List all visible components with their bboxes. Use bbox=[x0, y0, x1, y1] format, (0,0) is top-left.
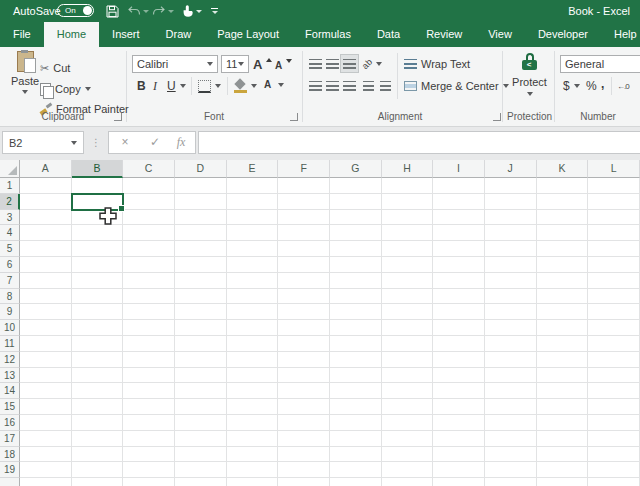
borders-button[interactable] bbox=[198, 77, 221, 95]
column-header-i[interactable]: I bbox=[433, 160, 485, 178]
column-header-e[interactable]: E bbox=[227, 160, 279, 178]
tab-developer[interactable]: Developer bbox=[525, 22, 601, 47]
underline-button[interactable]: U bbox=[167, 77, 186, 95]
tab-file[interactable]: File bbox=[0, 22, 44, 47]
row-header-14[interactable]: 14 bbox=[0, 383, 20, 399]
comma-format-button[interactable]: , bbox=[601, 75, 604, 93]
wrap-text-button[interactable]: Wrap Text bbox=[404, 55, 470, 73]
fill-handle[interactable] bbox=[118, 205, 125, 212]
touch-mouse-mode-button[interactable] bbox=[181, 3, 202, 19]
row-header-5[interactable]: 5 bbox=[0, 241, 20, 257]
row-header-8[interactable]: 8 bbox=[0, 289, 20, 305]
merge-center-button[interactable]: Merge & Center bbox=[404, 77, 509, 95]
font-dialog-launcher[interactable] bbox=[290, 113, 298, 121]
redo-button[interactable] bbox=[152, 3, 174, 19]
cut-button[interactable]: ✂ Cut bbox=[40, 59, 70, 77]
fill-color-button[interactable] bbox=[234, 77, 257, 95]
protect-button[interactable]: < Protect bbox=[505, 53, 554, 96]
row-header-12[interactable]: 12 bbox=[0, 352, 20, 368]
font-size-combo[interactable]: 11 bbox=[221, 55, 249, 73]
column-header-k[interactable]: K bbox=[537, 160, 589, 178]
tab-draw[interactable]: Draw bbox=[153, 22, 205, 47]
select-all-button[interactable] bbox=[0, 160, 20, 178]
align-right-button[interactable] bbox=[341, 77, 358, 94]
shrink-font-button[interactable]: A bbox=[275, 56, 292, 74]
font-name-combo[interactable]: Calibri bbox=[132, 55, 218, 73]
enter-button[interactable]: ✓ bbox=[145, 132, 165, 153]
align-left-button[interactable] bbox=[307, 77, 324, 94]
tab-view[interactable]: View bbox=[475, 22, 525, 47]
decrease-indent-button[interactable] bbox=[360, 77, 377, 94]
tab-help[interactable]: Help bbox=[601, 22, 640, 47]
currency-format-button[interactable]: $ bbox=[563, 77, 580, 95]
copy-button[interactable]: Copy bbox=[40, 80, 91, 98]
align-center-button[interactable] bbox=[324, 77, 341, 94]
paste-button[interactable]: Paste bbox=[8, 51, 42, 94]
orientation-button[interactable]: ab bbox=[362, 55, 382, 73]
row-header-partial[interactable] bbox=[0, 478, 20, 486]
row-header-15[interactable]: 15 bbox=[0, 399, 20, 415]
row-header-13[interactable]: 13 bbox=[0, 368, 20, 384]
increase-indent-button[interactable] bbox=[377, 77, 394, 94]
formula-input[interactable] bbox=[198, 131, 640, 154]
autosave-toggle[interactable]: On bbox=[57, 4, 94, 17]
tab-insert[interactable]: Insert bbox=[99, 22, 153, 47]
row-header-col: 12345678910111213141516171819 bbox=[0, 178, 20, 486]
save-button[interactable] bbox=[106, 3, 119, 19]
column-header-g[interactable]: G bbox=[330, 160, 382, 178]
row-header-19[interactable]: 19 bbox=[0, 462, 20, 478]
cut-icon: ✂ bbox=[40, 62, 49, 75]
bottom-align-button[interactable] bbox=[341, 55, 358, 72]
column-header-b[interactable]: B bbox=[72, 160, 124, 178]
row-header-4[interactable]: 4 bbox=[0, 225, 20, 241]
grow-font-button[interactable]: A bbox=[253, 55, 272, 73]
italic-button[interactable]: I bbox=[153, 77, 157, 95]
fill-color-dropdown-icon bbox=[251, 84, 257, 88]
increase-decimal-button[interactable]: ←.0 bbox=[617, 77, 629, 95]
row-header-9[interactable]: 9 bbox=[0, 304, 20, 320]
undo-button[interactable] bbox=[127, 3, 149, 19]
tab-page-layout[interactable]: Page Layout bbox=[204, 22, 292, 47]
column-header-f[interactable]: F bbox=[278, 160, 330, 178]
font-color-letter: A bbox=[264, 79, 271, 90]
bottom-align-icon bbox=[343, 59, 356, 69]
row-header-11[interactable]: 11 bbox=[0, 336, 20, 352]
row-header-10[interactable]: 10 bbox=[0, 320, 20, 336]
row-header-1[interactable]: 1 bbox=[0, 178, 20, 194]
customize-quick-access-toolbar-button[interactable] bbox=[211, 3, 218, 19]
column-header-l[interactable]: L bbox=[588, 160, 640, 178]
mini-separator bbox=[227, 77, 228, 95]
column-header-c[interactable]: C bbox=[123, 160, 175, 178]
font-group-label: Font bbox=[128, 111, 300, 123]
percent-format-button[interactable]: % bbox=[586, 77, 597, 95]
row-header-3[interactable]: 3 bbox=[0, 210, 20, 226]
column-header-h[interactable]: H bbox=[382, 160, 434, 178]
column-header-j[interactable]: J bbox=[485, 160, 537, 178]
column-header-d[interactable]: D bbox=[175, 160, 227, 178]
alignment-dialog-launcher[interactable] bbox=[493, 113, 501, 121]
row-header-7[interactable]: 7 bbox=[0, 273, 20, 289]
tab-formulas[interactable]: Formulas bbox=[292, 22, 364, 47]
middle-align-button[interactable] bbox=[324, 55, 341, 72]
number-format-combo[interactable]: General bbox=[560, 55, 640, 73]
wrap-text-label: Wrap Text bbox=[421, 58, 470, 70]
row-header-17[interactable]: 17 bbox=[0, 431, 20, 447]
row-header-16[interactable]: 16 bbox=[0, 415, 20, 431]
cancel-button[interactable]: × bbox=[115, 132, 135, 153]
clipboard-dialog-launcher[interactable] bbox=[114, 113, 122, 121]
protection-group-label: Protection bbox=[505, 111, 554, 123]
row-header-6[interactable]: 6 bbox=[0, 257, 20, 273]
formula-bar-resize-handle[interactable]: ⋮ bbox=[91, 131, 101, 154]
bold-button[interactable]: B bbox=[137, 77, 146, 95]
top-align-button[interactable] bbox=[307, 55, 324, 72]
tab-review[interactable]: Review bbox=[413, 22, 475, 47]
column-header-a[interactable]: A bbox=[20, 160, 72, 178]
insert-function-button[interactable]: fx bbox=[171, 132, 191, 153]
row-header-2[interactable]: 2 bbox=[0, 194, 20, 210]
name-box[interactable]: B2 bbox=[2, 131, 84, 154]
row-header-18[interactable]: 18 bbox=[0, 447, 20, 463]
tab-home[interactable]: Home bbox=[44, 22, 99, 47]
tab-data[interactable]: Data bbox=[364, 22, 413, 47]
undo-dropdown-icon bbox=[143, 10, 149, 13]
font-color-button[interactable]: A bbox=[261, 76, 284, 94]
